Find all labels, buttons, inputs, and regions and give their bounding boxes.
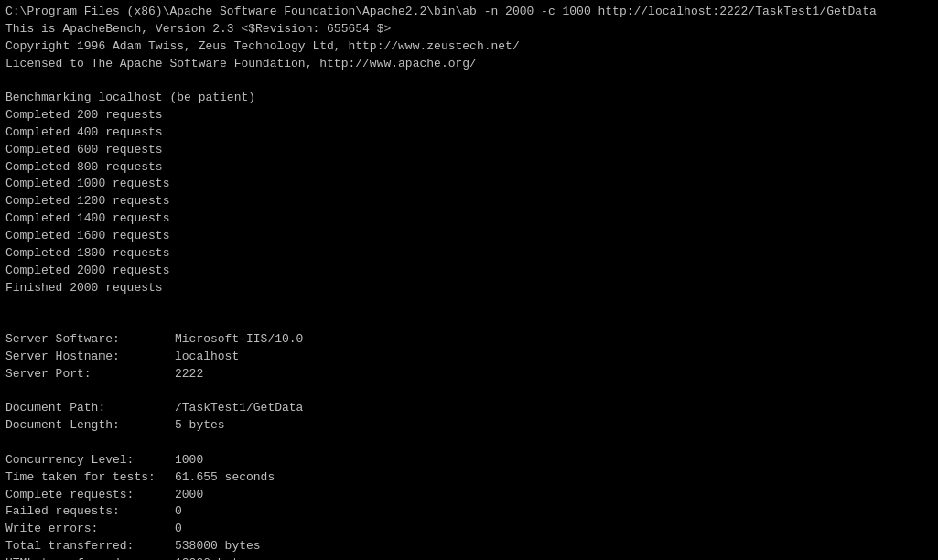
document-path-label: Document Path:: [5, 400, 175, 417]
write-errors-row: Write errors:0: [5, 521, 933, 538]
concurrency-label: Concurrency Level:: [5, 452, 175, 469]
server-port-value: 2222: [175, 367, 203, 381]
terminal-window: C:\Program Files (x86)\Apache Software F…: [5, 4, 933, 560]
complete-requests-value: 2000: [175, 488, 203, 501]
completed-1400: Completed 1400 requests: [5, 210, 933, 228]
completed-1800: Completed 1800 requests: [5, 245, 933, 263]
document-length-label: Document Length:: [5, 417, 175, 435]
copyright-line: Copyright 1996 Adam Twiss, Zeus Technolo…: [5, 38, 933, 56]
document-length-row: Document Length:5 bytes: [5, 417, 933, 435]
finished-2000: Finished 2000 requests: [5, 280, 933, 297]
html-transferred-value: 10000 bytes: [175, 556, 253, 560]
server-hostname-value: localhost: [175, 350, 239, 363]
blank-2: [5, 296, 933, 314]
completed-800: Completed 800 requests: [5, 159, 933, 177]
total-transferred-value: 538000 bytes: [175, 539, 261, 553]
concurrency-row: Concurrency Level:1000: [5, 452, 933, 469]
document-path-row: Document Path:/TaskTest1/GetData: [5, 400, 933, 417]
server-port-label: Server Port:: [5, 366, 175, 383]
benchmarking-line: Benchmarking localhost (be patient): [5, 90, 933, 107]
time-taken-value: 61.655 seconds: [175, 470, 275, 484]
completed-1000: Completed 1000 requests: [5, 176, 933, 193]
apachebench-version: This is ApacheBench, Version 2.3 <$Revis…: [5, 21, 933, 38]
time-taken-row: Time taken for tests:61.655 seconds: [5, 469, 933, 487]
completed-400: Completed 400 requests: [5, 124, 933, 142]
server-hostname-label: Server Hostname:: [5, 349, 175, 366]
server-software-label: Server Software:: [5, 331, 175, 349]
write-errors-value: 0: [175, 522, 182, 535]
time-taken-label: Time taken for tests:: [5, 469, 175, 487]
server-hostname-row: Server Hostname:localhost: [5, 349, 933, 366]
document-path-value: /TaskTest1/GetData: [175, 401, 303, 415]
html-transferred-row: HTML transferred:10000 bytes: [5, 555, 933, 560]
html-transferred-label: HTML transferred:: [5, 555, 175, 560]
complete-requests-label: Complete requests:: [5, 487, 175, 504]
concurrency-value: 1000: [175, 453, 203, 467]
server-software-value: Microsoft-IIS/10.0: [175, 332, 303, 346]
blank-4: [5, 383, 933, 401]
failed-requests-row: Failed requests:0: [5, 503, 933, 521]
failed-requests-label: Failed requests:: [5, 503, 175, 521]
blank-3: [5, 314, 933, 331]
blank-5: [5, 435, 933, 452]
server-software-row: Server Software:Microsoft-IIS/10.0: [5, 331, 933, 349]
license-line: Licensed to The Apache Software Foundati…: [5, 56, 933, 73]
completed-1200: Completed 1200 requests: [5, 193, 933, 210]
command-line: C:\Program Files (x86)\Apache Software F…: [5, 4, 933, 21]
completed-2000: Completed 2000 requests: [5, 263, 933, 280]
completed-1600: Completed 1600 requests: [5, 228, 933, 245]
completed-200: Completed 200 requests: [5, 107, 933, 124]
completed-600: Completed 600 requests: [5, 142, 933, 159]
failed-requests-value: 0: [175, 504, 182, 518]
total-transferred-row: Total transferred:538000 bytes: [5, 538, 933, 555]
document-length-value: 5 bytes: [175, 418, 225, 432]
complete-requests-row: Complete requests:2000: [5, 487, 933, 504]
total-transferred-label: Total transferred:: [5, 538, 175, 555]
blank-1: [5, 72, 933, 90]
server-port-row: Server Port:2222: [5, 366, 933, 383]
write-errors-label: Write errors:: [5, 521, 175, 538]
